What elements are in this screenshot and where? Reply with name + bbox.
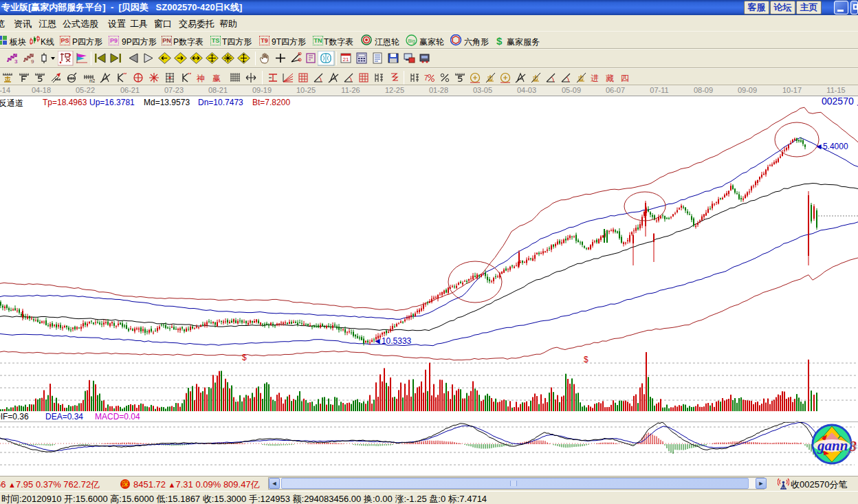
svg-text:神: 神: [196, 74, 205, 83]
svg-text:$: $: [242, 353, 247, 362]
svg-text:四: 四: [621, 74, 629, 83]
svg-text:Big: Big: [408, 39, 415, 44]
svg-text:赢: 赢: [212, 74, 221, 83]
svg-text:n2: n2: [89, 78, 95, 83]
svg-text:21: 21: [343, 56, 349, 63]
svg-text:9: 9: [31, 58, 34, 64]
svg-text:进: 进: [591, 74, 599, 83]
svg-text:$: $: [584, 355, 588, 364]
svg-text:藏: 藏: [606, 74, 614, 83]
svg-text:7: 7: [424, 74, 428, 82]
svg-text:gann: gann: [817, 437, 848, 454]
svg-text:3: 3: [14, 58, 18, 64]
